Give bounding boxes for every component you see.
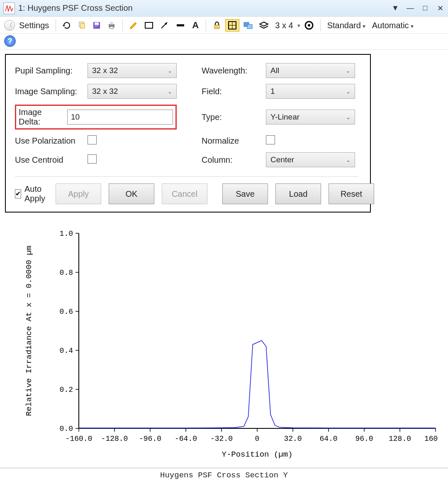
rectangle-icon[interactable] [142, 19, 156, 32]
pupil-sampling-combo[interactable]: 32 x 32 ⌄ [88, 63, 177, 78]
use-polarization-label: Use Polarization [15, 136, 88, 146]
chevron-down-icon: ⌄ [346, 114, 351, 120]
image-delta-row-highlight: Image Delta: [15, 105, 177, 130]
svg-point-21 [308, 24, 310, 27]
auto-apply-toggle[interactable]: ✔ Auto Apply [15, 184, 48, 203]
svg-text:0.4: 0.4 [60, 347, 73, 355]
window-layout-icon[interactable] [241, 19, 255, 32]
wavelength-label: Wavelength: [202, 66, 266, 76]
normalize-checkbox[interactable] [266, 135, 275, 144]
image-sampling-value: 32 x 32 [92, 87, 118, 96]
zoom-extents-icon[interactable] [225, 19, 239, 32]
image-delta-label: Image Delta: [19, 108, 59, 127]
svg-text:-32.0: -32.0 [210, 435, 233, 443]
auto-apply-checkbox[interactable]: ✔ [15, 189, 21, 198]
field-combo[interactable]: 1 ⌄ [266, 84, 355, 99]
use-centroid-checkbox[interactable] [88, 154, 97, 164]
wavelength-value: All [270, 66, 279, 75]
svg-marker-7 [130, 22, 136, 29]
type-value: Y-Linear [270, 112, 299, 122]
column-combo[interactable]: Center ⌄ [266, 152, 355, 167]
field-label: Field: [202, 87, 266, 96]
pupil-sampling-label: Pupil Sampling: [15, 66, 88, 76]
line-icon[interactable] [173, 19, 187, 32]
svg-rect-12 [214, 25, 219, 29]
chart-area: 0.00.20.40.60.81.0-160.0-128.0-96.0-64.0… [0, 213, 448, 462]
reset-button[interactable]: Reset [329, 183, 374, 204]
svg-text:-64.0: -64.0 [175, 435, 197, 443]
type-combo[interactable]: Y-Linear ⌄ [266, 110, 355, 125]
lock-icon[interactable] [210, 19, 224, 32]
footer-bar: Huygens PSF Cross Section Y [0, 468, 448, 484]
image-sampling-combo[interactable]: 32 x 32 ⌄ [88, 84, 177, 99]
column-label: Column: [202, 155, 266, 165]
svg-rect-1 [80, 23, 85, 28]
print-icon[interactable] [105, 19, 118, 32]
svg-rect-6 [110, 27, 113, 29]
chevron-down-icon: ⌄ [346, 68, 351, 74]
save-chart-icon[interactable] [90, 19, 103, 32]
field-value: 1 [270, 87, 275, 96]
layers-icon[interactable] [257, 19, 271, 32]
cancel-button[interactable]: Cancel [162, 183, 207, 204]
close-button[interactable]: ✕ [436, 4, 445, 13]
svg-text:0.8: 0.8 [60, 269, 73, 277]
settings-label[interactable]: Settings [17, 21, 51, 30]
svg-text:0.6: 0.6 [60, 308, 73, 316]
arrow-icon[interactable] [158, 19, 172, 32]
window-title: 1: Huygens PSF Cross Section [18, 3, 387, 13]
save-button[interactable]: Save [222, 183, 268, 204]
apply-button[interactable]: Apply [56, 183, 101, 204]
use-centroid-label: Use Centroid [15, 155, 88, 165]
minimize-button[interactable]: — [406, 4, 415, 13]
ok-button[interactable]: OK [109, 183, 154, 204]
automatic-dropdown[interactable]: Automatic [370, 21, 416, 30]
svg-text:128.0: 128.0 [389, 435, 411, 443]
help-icon[interactable]: ? [4, 35, 16, 47]
pencil-icon[interactable] [127, 19, 140, 32]
normalize-label: Normalize [202, 136, 266, 146]
wavelength-combo[interactable]: All ⌄ [266, 63, 355, 78]
svg-rect-5 [110, 22, 113, 24]
refresh-icon[interactable] [60, 19, 73, 32]
svg-text:0.0: 0.0 [60, 425, 73, 433]
chevron-down-icon: ⌄ [346, 88, 351, 95]
svg-text:32.0: 32.0 [284, 435, 302, 443]
svg-text:0: 0 [255, 435, 260, 443]
use-polarization-checkbox[interactable] [88, 135, 97, 144]
svg-marker-19 [260, 22, 268, 26]
svg-text:1.0: 1.0 [60, 230, 73, 238]
psf-chart: 0.00.20.40.60.81.0-160.0-128.0-96.0-64.0… [8, 229, 440, 462]
chevron-down-icon: ⌄ [168, 88, 172, 95]
chevron-down-icon: ⌄ [346, 157, 351, 163]
text-tool-icon[interactable]: A [189, 19, 202, 32]
svg-rect-8 [145, 22, 153, 28]
image-delta-input[interactable] [67, 110, 173, 125]
svg-text:96.0: 96.0 [355, 435, 373, 443]
toolbar-row-2: ? [0, 34, 448, 50]
load-button[interactable]: Load [275, 183, 321, 204]
grid-size-label[interactable]: 3 x 4 [273, 21, 295, 30]
copy-icon[interactable] [75, 19, 88, 32]
window-menu-icon[interactable]: ▼ [391, 4, 400, 13]
type-label: Type: [202, 112, 266, 122]
settings-panel: Pupil Sampling: 32 x 32 ⌄ Wavelength: Al… [5, 54, 371, 213]
app-icon [3, 2, 15, 14]
svg-text:-96.0: -96.0 [139, 435, 161, 443]
svg-text:160.0: 160.0 [424, 435, 440, 443]
auto-apply-label: Auto Apply [24, 184, 48, 203]
svg-text:-128.0: -128.0 [101, 435, 128, 443]
footer-title: Huygens PSF Cross Section Y [160, 471, 288, 480]
toolbar: 〈 Settings A 3 x 4 ▾ Standard Aut [0, 17, 448, 34]
window-controls: ▼ — □ ✕ [391, 4, 445, 13]
expand-settings-icon[interactable]: 〈 [4, 20, 15, 31]
svg-text:0.2: 0.2 [60, 386, 73, 394]
svg-rect-18 [247, 24, 252, 29]
standard-dropdown[interactable]: Standard [325, 21, 368, 30]
maximize-button[interactable]: □ [421, 4, 430, 13]
target-icon[interactable] [302, 19, 316, 32]
pupil-sampling-value: 32 x 32 [92, 66, 118, 75]
svg-text:-160.0: -160.0 [66, 435, 93, 443]
svg-text:Relative Irradiance At x = 0.0: Relative Irradiance At x = 0.0000 µm [24, 246, 34, 416]
chevron-down-icon: ⌄ [168, 68, 172, 74]
